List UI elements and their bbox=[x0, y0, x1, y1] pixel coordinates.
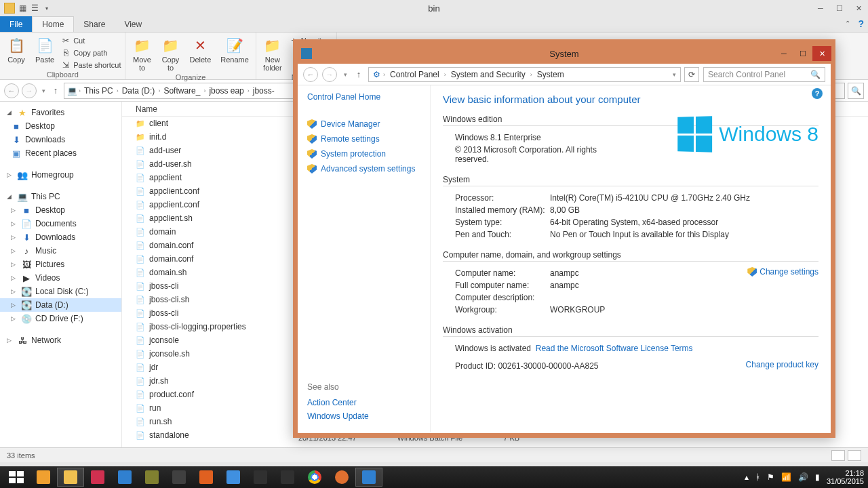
sidebar-documents[interactable]: ▷📄Documents bbox=[0, 217, 121, 230]
minimize-button[interactable]: ─ bbox=[774, 46, 793, 61]
remote-settings-link[interactable]: Remote settings bbox=[307, 131, 420, 146]
taskbar-explorer[interactable] bbox=[57, 468, 84, 487]
close-button[interactable]: ✕ bbox=[849, 1, 868, 15]
sidebar-music[interactable]: ▷♪Music bbox=[0, 244, 121, 258]
maximize-button[interactable]: ☐ bbox=[793, 46, 812, 61]
sidebar-favorites[interactable]: ◢★Favorites bbox=[0, 106, 121, 119]
search-input[interactable]: Search Control Panel 🔍 bbox=[703, 67, 825, 82]
crumb[interactable]: Data (D:) bbox=[120, 86, 157, 96]
crumb[interactable]: Software_ bbox=[161, 86, 202, 96]
tray-network-icon[interactable]: 📶 bbox=[781, 472, 791, 482]
windows-update-link[interactable]: Windows Update bbox=[307, 409, 369, 423]
sidebar-network[interactable]: ▷🖧Network bbox=[0, 333, 121, 347]
rename-button[interactable]: 📝Rename bbox=[218, 35, 252, 65]
taskbar-app[interactable] bbox=[30, 468, 57, 487]
tab-file[interactable]: File bbox=[0, 16, 32, 32]
sidebar-datad[interactable]: ▷💽Data (D:) bbox=[0, 298, 121, 312]
back-button[interactable]: ← bbox=[4, 83, 19, 98]
taskbar-app[interactable] bbox=[165, 468, 193, 487]
chevron-down-icon[interactable]: ◢ bbox=[7, 109, 14, 116]
copy-to-button[interactable]: 📁Copy to bbox=[158, 35, 182, 73]
paste-shortcut-button[interactable]: ⇲Paste shortcut bbox=[61, 59, 121, 70]
tab-view[interactable]: View bbox=[115, 16, 151, 32]
change-settings-link[interactable]: Change settings bbox=[747, 267, 818, 277]
move-to-button[interactable]: 📁Move to bbox=[130, 35, 154, 73]
taskbar-app[interactable] bbox=[247, 468, 274, 487]
taskbar-control-panel[interactable] bbox=[355, 468, 382, 487]
forward-button[interactable]: → bbox=[322, 67, 337, 82]
sidebar-recent[interactable]: ▣Recent places bbox=[0, 146, 121, 160]
chevron-down-icon[interactable]: ◢ bbox=[7, 193, 14, 200]
new-folder-button[interactable]: 📁New folder bbox=[260, 35, 285, 73]
history-dropdown-icon[interactable]: ▾ bbox=[39, 87, 47, 94]
sidebar-videos[interactable]: ▷▶Videos bbox=[0, 271, 121, 285]
tray-bluetooth-icon[interactable]: ᚼ bbox=[755, 472, 760, 482]
tab-share[interactable]: Share bbox=[74, 16, 115, 32]
taskbar-app[interactable] bbox=[111, 468, 138, 487]
tab-home[interactable]: Home bbox=[32, 16, 74, 32]
taskbar-firefox[interactable] bbox=[328, 468, 355, 487]
crumb[interactable]: This PC bbox=[82, 86, 115, 96]
qat-dropdown-icon[interactable]: ▾ bbox=[42, 3, 52, 13]
taskbar-app[interactable] bbox=[274, 468, 301, 487]
qat-properties-icon[interactable]: ☰ bbox=[30, 3, 39, 13]
sidebar-homegroup[interactable]: ▷👥Homegroup bbox=[0, 168, 121, 182]
sidebar-downloads[interactable]: ⬇Downloads bbox=[0, 133, 121, 146]
tray-action-center-icon[interactable]: ⚑ bbox=[767, 472, 774, 482]
sidebar-cddrive[interactable]: ▷💿CD Drive (F:) bbox=[0, 312, 121, 325]
chevron-down-icon[interactable]: ▾ bbox=[673, 71, 676, 78]
search-button[interactable]: 🔍 bbox=[848, 83, 864, 99]
cut-button[interactable]: ✂Cut bbox=[61, 35, 121, 46]
close-button[interactable]: ✕ bbox=[812, 46, 831, 61]
forward-button[interactable]: → bbox=[22, 83, 37, 98]
up-button[interactable]: ↑ bbox=[50, 85, 61, 96]
sidebar-downloads2[interactable]: ▷⬇Downloads bbox=[0, 230, 121, 244]
back-button[interactable]: ← bbox=[303, 67, 318, 82]
sidebar-desktop[interactable]: ■Desktop bbox=[0, 119, 121, 133]
address-bar[interactable]: ⚙ › Control Panel› System and Security› … bbox=[368, 67, 681, 82]
taskbar-app[interactable] bbox=[138, 468, 165, 487]
system-title-bar[interactable]: System ─ ☐ ✕ bbox=[297, 43, 831, 64]
taskbar-app[interactable] bbox=[220, 468, 247, 487]
copy-button[interactable]: 📋Copy bbox=[4, 35, 28, 65]
device-manager-link[interactable]: Device Manager bbox=[307, 117, 420, 131]
history-dropdown-icon[interactable]: ▾ bbox=[341, 71, 349, 78]
minimize-button[interactable]: ─ bbox=[811, 1, 830, 15]
maximize-button[interactable]: ☐ bbox=[830, 1, 849, 15]
up-button[interactable]: ↑ bbox=[353, 69, 364, 79]
help-icon[interactable]: ? bbox=[858, 18, 864, 29]
paste-button[interactable]: 📄Paste bbox=[33, 35, 57, 65]
tray-show-hidden-icon[interactable]: ▴ bbox=[745, 472, 749, 482]
crumb[interactable]: System and Security bbox=[449, 70, 528, 79]
license-terms-link[interactable]: Read the Microsoft Software License Term… bbox=[536, 344, 693, 353]
copy-path-button[interactable]: ⎘Copy path bbox=[61, 47, 121, 58]
clock[interactable]: 21:18 31/05/2015 bbox=[827, 469, 864, 485]
qat-new-icon[interactable]: ▦ bbox=[18, 3, 27, 13]
tray-battery-icon[interactable]: ▮ bbox=[815, 472, 820, 482]
crumb[interactable]: System bbox=[535, 70, 566, 79]
taskbar-app[interactable] bbox=[84, 468, 111, 487]
control-panel-home-link[interactable]: Control Panel Home bbox=[307, 92, 420, 102]
crumb[interactable]: Control Panel bbox=[388, 70, 441, 79]
help-icon[interactable]: ? bbox=[812, 88, 823, 99]
crumb[interactable]: jboss- bbox=[251, 86, 277, 96]
change-product-key-link[interactable]: Change product key bbox=[746, 360, 818, 369]
start-button[interactable] bbox=[3, 468, 30, 487]
refresh-button[interactable]: ⟳ bbox=[684, 67, 699, 82]
sidebar-desktop2[interactable]: ▷■Desktop bbox=[0, 203, 121, 217]
advanced-settings-link[interactable]: Advanced system settings bbox=[307, 161, 420, 176]
system-protection-link[interactable]: System protection bbox=[307, 146, 420, 161]
sidebar-thispc[interactable]: ◢💻This PC bbox=[0, 190, 121, 203]
crumb[interactable]: jboss eap bbox=[207, 86, 245, 96]
taskbar-app[interactable] bbox=[193, 468, 220, 487]
tray-volume-icon[interactable]: 🔊 bbox=[798, 472, 808, 482]
sidebar-pictures[interactable]: ▷🖼Pictures bbox=[0, 258, 121, 271]
action-center-link[interactable]: Action Center bbox=[307, 396, 369, 409]
sidebar-localdisk[interactable]: ▷💽Local Disk (C:) bbox=[0, 285, 121, 298]
details-view-button[interactable] bbox=[831, 450, 845, 461]
taskbar-chrome[interactable] bbox=[301, 468, 328, 487]
delete-button[interactable]: ✕Delete bbox=[186, 35, 214, 65]
chevron-right-icon[interactable]: ▷ bbox=[7, 171, 14, 178]
icons-view-button[interactable] bbox=[848, 450, 861, 461]
ribbon-collapse-icon[interactable]: ⌃ bbox=[845, 20, 850, 27]
